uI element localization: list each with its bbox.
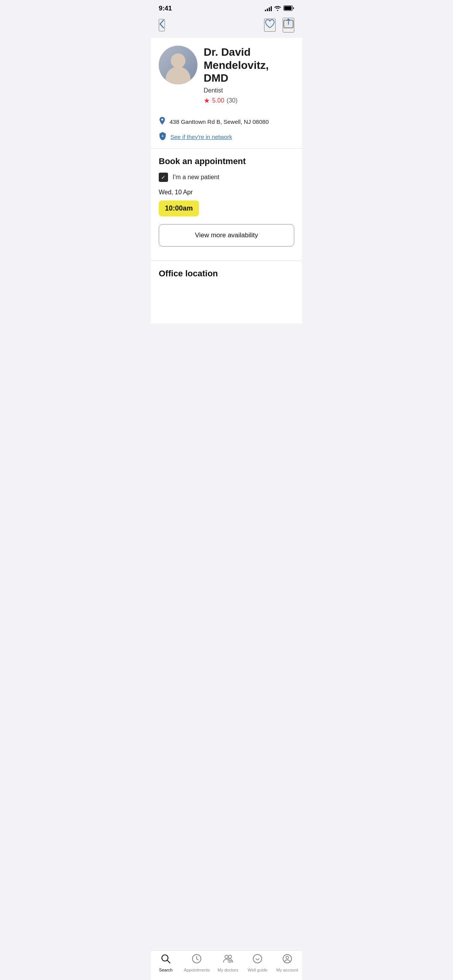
checkbox-check-icon: ✓ [161, 174, 166, 180]
appointments-icon [192, 954, 202, 966]
tab-appointments[interactable]: Appointments [184, 954, 210, 972]
my-account-icon [282, 954, 292, 966]
doctor-name: Dr. David Mendelovitz, DMD [204, 46, 294, 85]
svg-point-14 [286, 956, 288, 959]
main-content: Dr. David Mendelovitz, DMD Dentist ★ 5.0… [151, 38, 302, 324]
appointment-date: Wed, 10 Apr [159, 189, 294, 196]
doctor-info: Dr. David Mendelovitz, DMD Dentist ★ 5.0… [204, 46, 294, 105]
well-guide-icon [252, 954, 263, 966]
network-row: + See if they're in network [159, 130, 294, 148]
back-button[interactable] [159, 19, 165, 31]
svg-point-8 [228, 955, 232, 958]
tab-my-account[interactable]: My account [276, 954, 299, 972]
tab-my-doctors[interactable]: My doctors [216, 954, 240, 972]
doctor-specialty: Dentist [204, 87, 294, 94]
status-bar: 9:41 [151, 0, 302, 14]
tab-well-guide[interactable]: Well guide [246, 954, 269, 972]
rating-value: 5.00 [212, 97, 224, 104]
book-section-title: Book an appointment [159, 156, 294, 166]
doctor-profile: Dr. David Mendelovitz, DMD Dentist ★ 5.0… [159, 46, 294, 105]
svg-line-5 [167, 960, 170, 963]
tab-my-doctors-label: My doctors [218, 968, 239, 972]
new-patient-row: ✓ I'm a new patient [159, 173, 294, 182]
status-icons [265, 5, 294, 12]
nav-actions [264, 18, 294, 33]
rating-count: (30) [226, 97, 237, 104]
battery-icon [283, 5, 294, 12]
tab-well-guide-label: Well guide [248, 968, 268, 972]
svg-rect-1 [284, 6, 292, 10]
office-section: Office location [159, 261, 294, 279]
signal-bars-icon [265, 6, 272, 11]
status-time: 9:41 [159, 5, 172, 12]
time-slots: 10:00am [159, 200, 294, 216]
shield-icon: + [159, 132, 166, 142]
tab-search-label: Search [159, 968, 173, 972]
time-slot[interactable]: 10:00am [159, 200, 199, 216]
tab-my-account-label: My account [276, 968, 298, 972]
my-doctors-icon [223, 954, 233, 966]
location-icon [159, 117, 166, 127]
wifi-icon [274, 5, 281, 12]
svg-text:+: + [161, 134, 164, 138]
share-button[interactable] [283, 18, 294, 33]
tab-appointments-label: Appointments [184, 968, 210, 972]
network-link[interactable]: See if they're in network [170, 134, 232, 140]
address-text: 438 Ganttown Rd B, Sewell, NJ 08080 [170, 118, 269, 125]
office-section-title: Office location [159, 269, 294, 279]
svg-point-7 [225, 955, 228, 958]
view-more-button[interactable]: View more availability [159, 224, 294, 247]
nav-header [151, 14, 302, 38]
search-icon [161, 954, 171, 966]
star-icon: ★ [204, 96, 210, 105]
avatar [159, 46, 197, 84]
doctor-rating: ★ 5.00 (30) [204, 96, 294, 105]
new-patient-checkbox[interactable]: ✓ [159, 173, 168, 182]
tab-bar: Search Appointments My doctors [151, 950, 302, 980]
new-patient-label: I'm a new patient [173, 174, 219, 181]
svg-point-12 [253, 954, 262, 963]
book-section: Book an appointment ✓ I'm a new patient … [159, 149, 294, 260]
address-row: 438 Ganttown Rd B, Sewell, NJ 08080 [159, 112, 294, 130]
tab-search[interactable]: Search [154, 954, 177, 972]
favorite-button[interactable] [264, 19, 276, 32]
